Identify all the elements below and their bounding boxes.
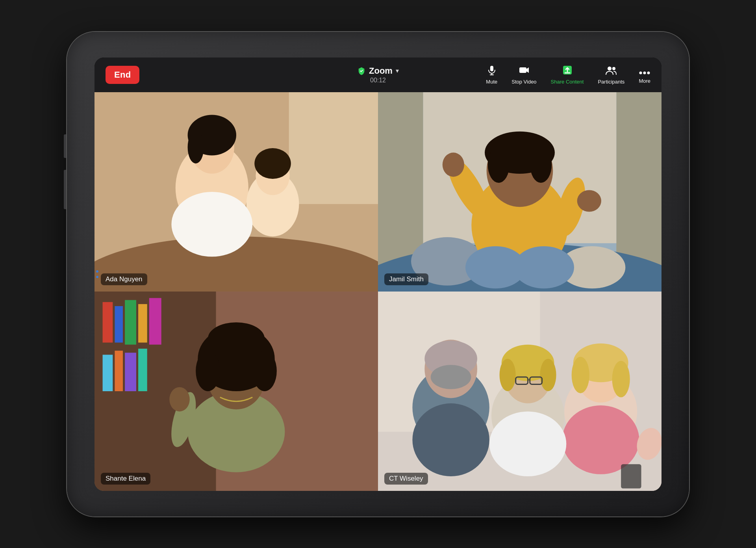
side-indicator <box>96 270 98 278</box>
svg-rect-47 <box>103 355 113 391</box>
svg-rect-50 <box>138 349 147 391</box>
video-cell-ada: Ada Nguyen <box>94 92 378 292</box>
meeting-title-section: Zoom ▾ 00:12 <box>357 66 399 84</box>
participant-video-jamil <box>378 92 662 292</box>
svg-point-17 <box>188 131 204 163</box>
dropdown-chevron-icon[interactable]: ▾ <box>396 67 399 74</box>
svg-point-6 <box>608 67 611 71</box>
svg-point-56 <box>196 351 220 391</box>
indicator-dot-2 <box>96 276 98 278</box>
svg-point-79 <box>612 360 630 397</box>
video-cell-jamil: Jamil Smith <box>378 92 662 292</box>
participant-video-shante <box>94 292 378 491</box>
more-dots-icon <box>639 66 650 76</box>
more-options-button[interactable]: More <box>639 66 650 84</box>
meeting-timer: 00:12 <box>370 77 386 84</box>
svg-point-80 <box>562 405 639 474</box>
svg-rect-46 <box>149 298 161 344</box>
svg-point-10 <box>647 71 650 74</box>
mute-label: Mute <box>486 79 497 85</box>
participant-video-ada <box>94 92 378 292</box>
tablet-screen: End Zoom ▾ 00:12 <box>94 58 662 491</box>
svg-point-39 <box>514 246 574 288</box>
svg-point-70 <box>500 359 516 391</box>
svg-rect-49 <box>125 353 136 391</box>
svg-rect-12 <box>289 92 378 204</box>
participant-name-ct: CT Wiseley <box>384 473 428 485</box>
svg-point-33 <box>530 147 552 183</box>
toolbar-right: Mute Stop Video <box>486 65 650 85</box>
svg-rect-83 <box>621 464 641 489</box>
svg-point-71 <box>540 359 556 391</box>
svg-point-8 <box>639 71 642 74</box>
svg-rect-44 <box>125 300 136 344</box>
svg-point-20 <box>254 148 291 178</box>
participants-label: Participants <box>598 79 624 85</box>
svg-rect-3 <box>519 67 526 73</box>
meeting-name: Zoom <box>369 66 393 76</box>
svg-point-78 <box>572 357 589 393</box>
svg-point-37 <box>577 190 601 212</box>
top-bar: End Zoom ▾ 00:12 <box>94 58 662 92</box>
svg-rect-0 <box>490 66 493 71</box>
svg-rect-48 <box>115 351 123 391</box>
shield-icon <box>357 67 366 75</box>
indicator-dot-1 <box>96 270 98 273</box>
share-content-button[interactable]: Share Content <box>551 65 584 85</box>
video-grid: Ada Nguyen <box>94 92 662 491</box>
svg-point-60 <box>169 387 189 411</box>
svg-point-36 <box>443 152 464 176</box>
end-call-button[interactable]: End <box>106 66 139 84</box>
svg-point-81 <box>489 411 566 476</box>
svg-point-32 <box>488 147 510 183</box>
camera-icon <box>519 65 530 77</box>
svg-point-9 <box>643 71 646 74</box>
stop-video-label: Stop Video <box>511 79 536 85</box>
svg-point-57 <box>252 351 277 391</box>
svg-rect-43 <box>115 306 123 343</box>
tablet-device: End Zoom ▾ 00:12 <box>67 32 689 516</box>
share-content-label: Share Content <box>551 79 584 85</box>
video-cell-ct: CT Wiseley <box>378 292 662 491</box>
participant-video-ct <box>378 292 662 491</box>
more-label: More <box>639 78 650 84</box>
svg-point-7 <box>612 67 615 70</box>
svg-rect-45 <box>138 304 147 342</box>
share-upload-icon <box>562 65 573 77</box>
participant-name-ada: Ada Nguyen <box>101 273 147 285</box>
svg-point-82 <box>412 403 489 476</box>
participant-name-jamil: Jamil Smith <box>384 273 428 285</box>
svg-point-58 <box>208 322 265 355</box>
participant-name-shante: Shante Elena <box>101 473 150 485</box>
video-cell-shante: Shante Elena <box>94 292 378 491</box>
svg-rect-42 <box>103 302 113 342</box>
participants-button[interactable]: Participants <box>598 65 624 85</box>
participants-icon <box>605 65 617 77</box>
svg-point-66 <box>431 365 471 389</box>
microphone-icon <box>487 65 497 77</box>
svg-point-21 <box>171 192 252 257</box>
stop-video-button[interactable]: Stop Video <box>511 65 536 85</box>
mute-button[interactable]: Mute <box>486 65 497 85</box>
